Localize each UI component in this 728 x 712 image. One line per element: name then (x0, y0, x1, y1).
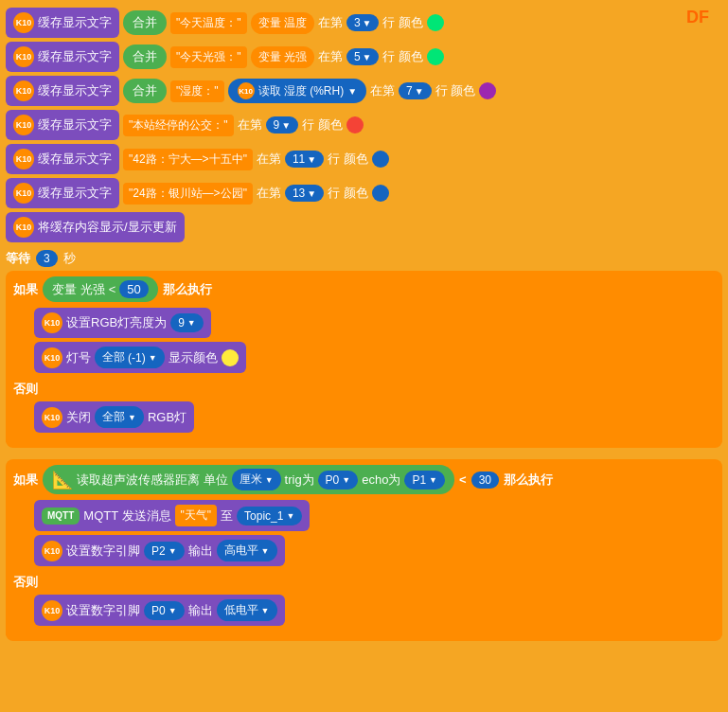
icon-k10-close: K10 (42, 407, 62, 428)
color-dot-1 (427, 14, 444, 31)
pos-label-1: 在第 (318, 14, 343, 31)
string-val-2: "今天光强：" (170, 46, 247, 68)
set-pin2-label: 设置数字引脚 (66, 602, 140, 619)
row-set-rgb: K10 设置RGB灯亮度为 9 ▼ (34, 308, 722, 338)
string-val-1: "今天温度：" (170, 12, 247, 34)
pos-label-3: 在第 (370, 82, 395, 99)
sensor-humidity[interactable]: K10 读取 湿度 (%RH) ▼ (228, 79, 367, 103)
block-buffer-3: K10 缓存显示文字 (6, 76, 119, 106)
color-dot-6 (372, 185, 389, 202)
close-label: 关闭 (66, 409, 91, 426)
row-buffer-4: K10 缓存显示文字 "本站经停的公交：" 在第 9 ▼ 行 颜色 (6, 110, 722, 140)
if-footer-1 (6, 436, 722, 442)
row-label-2: 行 颜色 (382, 48, 423, 65)
if-body-2: MQTT MQTT 发送消息 "天气" 至 Topic_1 ▼ K10 设置数字 (34, 500, 722, 566)
block-merge-1: 合并 (123, 10, 167, 35)
row-label-4: 行 颜色 (302, 116, 343, 134)
condition-1: 变量 光强 < 50 (43, 276, 158, 302)
icon-k10-pin1: K10 (42, 541, 62, 561)
label-buffer-2: 缓存显示文字 (38, 48, 112, 65)
wait-num[interactable]: 3 (36, 250, 58, 267)
ultrasonic-sensor-block: 📐 读取超声波传感器距离 单位 厘米 ▼ trig为 P0 ▼ echo为 P1… (43, 465, 454, 494)
block-set-pin1: K10 设置数字引脚 P2 ▼ 输出 高电平 ▼ (34, 535, 285, 566)
icon-k10-2: K10 (13, 46, 34, 67)
topic-dropdown[interactable]: Topic_1 ▼ (237, 507, 302, 525)
rgb-val-dropdown[interactable]: 9 ▼ (170, 313, 204, 332)
pos-label-5: 在第 (257, 151, 281, 168)
label-merge-1: 合并 (133, 14, 157, 31)
row-label-5: 行 颜色 (328, 151, 368, 168)
us-lt: < (459, 472, 467, 487)
label-set-rgb: 设置RGB灯亮度为 (66, 314, 167, 331)
string-val-5: "42路：宁大—>十五中" (123, 149, 253, 170)
icon-k10-6: K10 (13, 183, 34, 204)
sensor-icon: K10 (238, 82, 255, 99)
rgb-light-label: RGB灯 (148, 409, 186, 426)
block-buffer-5: K10 缓存显示文字 (6, 144, 119, 174)
label-merge-2: 合并 (133, 48, 157, 65)
if-label-1: 如果 (13, 281, 38, 298)
block-mqtt: MQTT MQTT 发送消息 "天气" 至 Topic_1 ▼ (34, 500, 310, 531)
row-flush: K10 将缓存内容显示/显示更新 (6, 212, 722, 242)
var-1[interactable]: 变量 温度 (251, 12, 314, 34)
block-buffer-4: K10 缓存显示文字 (6, 110, 119, 140)
label-flush: 将缓存内容显示/显示更新 (38, 219, 177, 236)
light-threshold: 50 (119, 280, 148, 298)
pin2-dropdown[interactable]: P0 ▼ (144, 601, 185, 620)
var-light: 变量 光强 (52, 281, 105, 298)
set-pin1-label: 设置数字引脚 (66, 543, 140, 560)
if-block-2: 如果 📐 读取超声波传感器距离 单位 厘米 ▼ trig为 P0 ▼ echo为… (6, 459, 722, 641)
pos-label-6: 在第 (257, 185, 281, 202)
num-badge-3[interactable]: 7 ▼ (399, 82, 432, 99)
to-label: 至 (221, 507, 233, 525)
row-label-3: 行 颜色 (435, 82, 476, 99)
weather-msg: "天气" (175, 505, 218, 526)
row-buffer-3: K10 缓存显示文字 合并 "湿度：" K10 读取 湿度 (%RH) ▼ 在第… (6, 76, 722, 106)
echo-label: echo为 (362, 472, 400, 489)
execute-label-1: 那么执行 (163, 281, 212, 298)
var-2[interactable]: 变量 光强 (251, 46, 314, 68)
block-flush: K10 将缓存内容显示/显示更新 (6, 212, 185, 242)
lt-symbol: < (109, 282, 116, 296)
block-merge-3: 合并 (123, 79, 167, 103)
num-badge-1[interactable]: 3 ▼ (346, 14, 380, 31)
icon-k10-1: K10 (13, 12, 34, 33)
df-label: DF (686, 8, 709, 27)
spacer (6, 452, 722, 459)
pos-label-2: 在第 (318, 48, 343, 65)
icon-k10-5: K10 (13, 149, 34, 169)
else-bar-1: 否则 (6, 377, 722, 401)
show-color-label: 显示颜色 (169, 349, 218, 366)
num-badge-2[interactable]: 5 ▼ (346, 48, 380, 65)
icon-k10-4: K10 (13, 115, 34, 135)
level2-dropdown[interactable]: 低电平 ▼ (217, 599, 277, 621)
level1-dropdown[interactable]: 高电平 ▼ (217, 540, 277, 561)
row-set-pin2: K10 设置数字引脚 P0 ▼ 输出 低电平 ▼ (34, 595, 722, 626)
close-all-dropdown[interactable]: 全部 ▼ (95, 406, 144, 428)
pin1-dropdown[interactable]: P2 ▼ (144, 542, 185, 561)
icon-k10-3: K10 (13, 80, 34, 101)
unit-dropdown[interactable]: 厘米 ▼ (232, 469, 281, 490)
block-lamp-color: K10 灯号 全部 (-1) ▼ 显示颜色 (34, 342, 246, 373)
row-buffer-6: K10 缓存显示文字 "24路：银川站—>公园" 在第 13 ▼ 行 颜色 (6, 178, 722, 208)
num-badge-5[interactable]: 11 ▼ (285, 151, 324, 168)
ultrasonic-label: 读取超声波传感器距离 单位 (77, 472, 228, 489)
else-body-1: K10 关闭 全部 ▼ RGB灯 (34, 401, 722, 433)
icon-k10-pin2: K10 (42, 600, 62, 621)
row-set-pin1: K10 设置数字引脚 P2 ▼ 输出 高电平 ▼ (34, 535, 722, 566)
if-block-1: 如果 变量 光强 < 50 那么执行 K10 设置RGB灯亮度为 9 ▼ (6, 271, 722, 448)
num-badge-6[interactable]: 13 ▼ (285, 185, 324, 202)
num-badge-4[interactable]: 9 ▼ (266, 116, 299, 134)
execute-label-2: 那么执行 (504, 472, 553, 489)
mqtt-icon: MQTT (42, 507, 80, 525)
block-buffer-2: K10 缓存显示文字 (6, 42, 119, 72)
lamp-all-dropdown[interactable]: 全部 (-1) ▼ (95, 347, 165, 368)
label-buffer-3: 缓存显示文字 (38, 82, 112, 99)
echo-dropdown[interactable]: P1 ▼ (404, 471, 445, 490)
label-buffer-6: 缓存显示文字 (38, 185, 112, 202)
trig-dropdown[interactable]: P0 ▼ (318, 471, 359, 490)
if-header-2: 如果 📐 读取超声波传感器距离 单位 厘米 ▼ trig为 P0 ▼ echo为… (6, 459, 722, 500)
lamp-num-label: 灯号 (66, 349, 91, 366)
pos-label-4: 在第 (238, 116, 262, 134)
row-label-6: 行 颜色 (328, 185, 368, 202)
